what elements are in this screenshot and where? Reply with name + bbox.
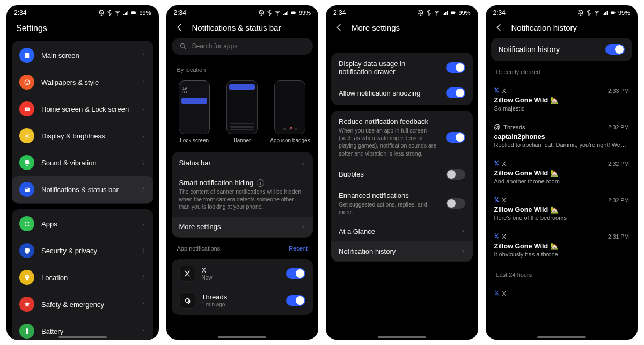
wifi-icon [434,10,440,16]
last-24-label: Last 24 hours [491,269,633,280]
bluetooth-icon [426,10,432,16]
svg-point-6 [27,81,28,82]
info-icon[interactable]: i [257,179,264,187]
setting-label: Wallpapers & style [41,78,134,86]
screen-settings: 2:34 99% Settings Main screenWallpapers … [6,5,159,340]
svg-rect-39 [611,12,615,14]
status-bar: 2:34 99% [326,5,478,20]
row-enhanced[interactable]: Enhanced notificationsGet suggested acti… [331,186,473,222]
toggle[interactable] [446,132,465,143]
row-notif-history[interactable]: Notification history [331,241,473,261]
dnd-icon [418,10,424,16]
setting-apps[interactable]: Apps [12,210,153,237]
recent-link[interactable]: Recent [289,245,308,252]
setting-label: Safety & emergency [41,300,134,309]
svg-point-24 [25,224,26,226]
battery-icon [19,324,34,339]
svg-line-15 [25,134,25,134]
row-status-bar[interactable]: Status bar [172,153,313,173]
x-icon: 𝕏 [494,196,499,203]
battery-icon [290,10,297,16]
app-name: X [202,266,280,274]
back-icon[interactable] [494,23,504,32]
row-data-usage[interactable]: Display data usage in notification drawe… [331,54,473,82]
history-item[interactable]: 𝕏X2:31 PMZillow Gone Wild 🏡It obviously … [491,229,633,264]
page-title: Notifications & status bar [192,23,281,32]
history-time: 2:32 PM [608,197,629,203]
more-settings-group-1: Display data usage in notification drawe… [331,53,473,105]
setting-display-brightness[interactable]: Display & brightness [12,122,153,149]
setting-wallpapers-style[interactable]: Wallpapers & style [12,69,153,96]
svg-point-10 [26,135,28,137]
setting-notifications-status[interactable]: Notifications & status bar [12,176,153,203]
home-lock-icon [19,101,34,116]
row-smart-hiding[interactable]: Smart notification hiding i The content … [172,173,313,217]
app-toggle[interactable] [286,295,305,306]
search-input[interactable]: Search for apps [172,38,313,55]
tile-app-icon-badges[interactable]: App icon badges [268,80,312,143]
setting-home-lock[interactable]: Home screen & Lock screen [12,96,153,122]
history-list: 𝕏X2:33 PMZillow Gone Wild 🏡So majestic@T… [491,83,633,264]
chevron-right-icon [141,274,146,281]
history-item[interactable]: 𝕏X2:33 PMZillow Gone Wild 🏡So majestic [491,83,633,118]
svg-point-9 [26,108,28,110]
history-toggle[interactable] [605,44,625,55]
toggle[interactable] [446,87,465,98]
svg-point-35 [437,14,437,15]
setting-sound-vibration[interactable]: Sound & vibration [12,149,153,176]
row-more-settings[interactable]: More settings [172,217,313,237]
bluetooth-icon [586,10,592,16]
security-privacy-icon [19,243,34,258]
screen-more-settings: 2:34 99% More settings Display data usag… [326,5,478,340]
x-icon: 𝕏 [494,87,499,94]
history-item[interactable]: @Threads2:32 PMcaptain2phonesReplied to … [491,119,633,155]
history-item[interactable]: 𝕏X2:32 PMZillow Gone Wild 🏡Here's one of… [491,192,633,227]
svg-point-26 [26,276,28,277]
row-label: Allow notification snoozing [339,89,439,97]
row-snoozing[interactable]: Allow notification snoozing [331,82,473,104]
setting-location[interactable]: Location [12,264,153,291]
back-icon[interactable] [334,23,344,32]
status-bar: 2:34 99% [6,5,159,20]
app-time: 1 min ago [202,302,280,307]
chevron-right-icon [300,159,305,167]
row-label: Display data usage in notification drawe… [339,60,439,76]
toggle[interactable] [446,198,465,209]
svg-point-22 [25,222,26,223]
setting-safety-emergency[interactable]: Safety & emergency [12,291,153,318]
row-at-a-glance[interactable]: At a Glance [331,222,473,241]
setting-security-privacy[interactable]: Security & privacy [12,237,153,264]
history-item[interactable]: 𝕏X2:32 PMZillow Gone Wild 🏡And another t… [491,156,633,191]
history-toggle-row[interactable]: Notification history [491,38,633,61]
row-reduce-feedback[interactable]: Reduce notification feedbackWhen you use… [331,112,473,163]
app-notif-x[interactable]: XNow [172,260,313,287]
toggle[interactable] [446,62,465,73]
svg-rect-30 [291,12,296,14]
bluetooth-icon [106,10,113,16]
nav-handle[interactable] [58,336,107,338]
app-notifs-list: XNowThreads1 min ago [172,259,313,315]
tile-lock-screen[interactable]: 1933 Lock screen [173,80,216,143]
battery-pct: 99% [139,10,151,16]
toggle[interactable] [446,169,465,180]
app-toggle[interactable] [286,268,305,279]
setting-label: Battery [41,327,134,335]
history-body: It obviously has a throne [494,251,630,258]
nav-handle[interactable] [218,336,266,338]
tile-banner[interactable]: Banner [221,80,264,143]
setting-main-screen[interactable]: Main screen [12,42,153,69]
nav-handle[interactable] [537,336,586,338]
chevron-right-icon [141,220,146,227]
row-bubbles[interactable]: Bubbles [331,163,473,186]
battery-icon [130,10,137,16]
svg-rect-36 [451,12,455,14]
app-notif-threads[interactable]: Threads1 min ago [172,287,313,314]
history-item[interactable]: 𝕏 X [491,285,633,303]
back-icon[interactable] [175,23,185,32]
history-app: X [502,233,605,240]
signal-icon [442,10,448,16]
svg-line-33 [184,47,186,49]
svg-point-0 [118,14,118,15]
nav-handle[interactable] [378,336,426,338]
bluetooth-icon [266,10,273,16]
